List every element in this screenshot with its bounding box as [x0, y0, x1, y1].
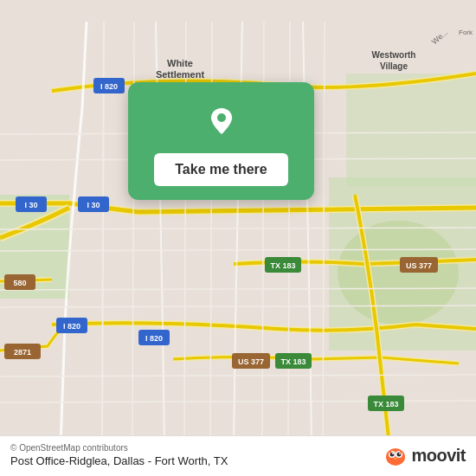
bottom-left-info: © OpenStreetMap contributors Post Office… — [10, 443, 228, 467]
svg-text:I 30: I 30 — [87, 201, 100, 209]
svg-text:Village: Village — [380, 61, 408, 71]
svg-text:Westworth: Westworth — [372, 50, 416, 60]
svg-text:I 820: I 820 — [145, 334, 163, 343]
svg-point-57 — [392, 453, 394, 454]
osm-attribution: © OpenStreetMap contributors — [10, 443, 228, 453]
svg-text:US 377: US 377 — [238, 357, 264, 366]
svg-text:I 820: I 820 — [100, 82, 118, 91]
moovit-owl-icon — [383, 443, 408, 467]
svg-rect-4 — [346, 74, 476, 186]
moovit-brand-text: moovit — [411, 446, 466, 466]
svg-text:Fork: Fork — [459, 29, 473, 36]
location-name: Post Office-Ridglea, Dallas - Fort Worth… — [10, 454, 228, 467]
svg-point-52 — [386, 448, 405, 466]
bottom-bar: © OpenStreetMap contributors Post Office… — [0, 435, 476, 476]
map-pin-icon — [198, 98, 245, 145]
svg-text:TX 183: TX 183 — [270, 261, 295, 270]
svg-text:US 377: US 377 — [406, 261, 432, 270]
svg-text:TX 183: TX 183 — [373, 400, 398, 408]
svg-text:I 820: I 820 — [63, 322, 80, 331]
svg-text:TX 183: TX 183 — [280, 357, 306, 366]
map-container: I 820 I 30 I 30 I 820 I 820 TX 183 TX 18… — [0, 0, 476, 476]
svg-text:White: White — [167, 58, 193, 68]
svg-text:Settlement: Settlement — [156, 69, 205, 80]
map-background: I 820 I 30 I 30 I 820 I 820 TX 183 TX 18… — [0, 0, 476, 476]
svg-text:580: 580 — [13, 279, 26, 287]
svg-text:I 30: I 30 — [24, 201, 37, 209]
svg-text:2871: 2871 — [14, 348, 31, 357]
take-me-there-button[interactable]: Take me there — [154, 153, 287, 186]
moovit-logo: moovit — [383, 443, 466, 467]
svg-point-51 — [217, 113, 226, 122]
location-card: Take me there — [128, 82, 314, 200]
svg-point-3 — [338, 221, 459, 325]
